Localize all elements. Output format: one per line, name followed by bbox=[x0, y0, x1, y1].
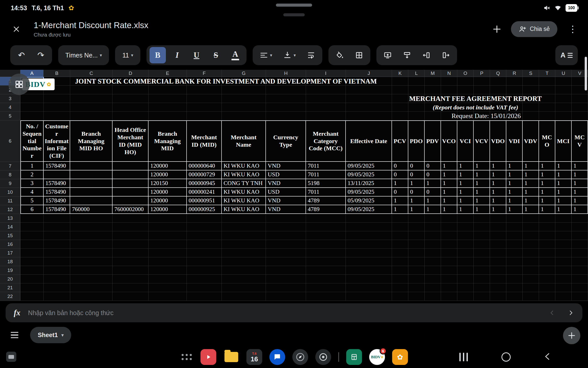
cell-F3[interactable] bbox=[187, 94, 222, 103]
cell-N7[interactable]: 1 bbox=[441, 162, 457, 170]
cell-M20[interactable] bbox=[425, 275, 441, 283]
cell-D21[interactable] bbox=[113, 283, 149, 292]
cell-P6[interactable]: VCV bbox=[474, 120, 490, 162]
cell-R20[interactable] bbox=[506, 275, 523, 283]
cell-S8[interactable]: 1 bbox=[523, 170, 539, 179]
cell-H18[interactable] bbox=[266, 257, 306, 266]
cell-P17[interactable] bbox=[474, 249, 490, 257]
cell-B9[interactable]: 1578490 bbox=[44, 179, 70, 188]
cell-K13[interactable] bbox=[392, 214, 408, 223]
cell-L9[interactable]: 1 bbox=[408, 179, 425, 188]
cell-F5[interactable] bbox=[187, 112, 222, 120]
cell-T6[interactable]: MCO bbox=[539, 120, 555, 162]
cell-I7[interactable]: 7011 bbox=[306, 162, 346, 170]
cell-L11[interactable]: 1 bbox=[408, 197, 425, 205]
cell-R12[interactable]: 1 bbox=[506, 205, 523, 214]
cell-U11[interactable]: 1 bbox=[555, 197, 572, 205]
cell-M15[interactable] bbox=[425, 231, 441, 240]
cell-K16[interactable] bbox=[392, 240, 408, 249]
cell-U3[interactable] bbox=[555, 94, 572, 103]
cell-L17[interactable] bbox=[408, 249, 425, 257]
cell-M16[interactable] bbox=[425, 240, 441, 249]
cell-D14[interactable] bbox=[113, 223, 149, 231]
share-button[interactable]: Chia sẻ bbox=[511, 21, 557, 37]
cell-K20[interactable] bbox=[392, 275, 408, 283]
cell-S2[interactable] bbox=[523, 86, 539, 94]
cell-M19[interactable] bbox=[425, 266, 441, 275]
cell-F20[interactable] bbox=[187, 275, 222, 283]
all-apps-icon[interactable] bbox=[180, 350, 193, 364]
cell-J7[interactable]: 09/05/2025 bbox=[346, 162, 392, 170]
cell-L6[interactable]: PDO bbox=[408, 120, 425, 162]
cell-N22[interactable] bbox=[441, 292, 457, 301]
cell-P13[interactable] bbox=[474, 214, 490, 223]
cell-T4[interactable] bbox=[539, 103, 555, 112]
column-header-H[interactable]: H bbox=[266, 70, 306, 77]
cell-D22[interactable] bbox=[113, 292, 149, 301]
cell-N2[interactable] bbox=[441, 86, 457, 94]
cell-R22[interactable] bbox=[506, 292, 523, 301]
cell-P10[interactable]: 1 bbox=[474, 188, 490, 197]
cell-E19[interactable] bbox=[149, 266, 187, 275]
horizontal-align-button[interactable]: ▾ bbox=[254, 45, 278, 65]
cell-E5[interactable] bbox=[149, 112, 187, 120]
cell-P8[interactable]: 1 bbox=[474, 170, 490, 179]
cell-S12[interactable]: 1 bbox=[523, 205, 539, 214]
cell-R17[interactable] bbox=[506, 249, 523, 257]
cell-Q14[interactable] bbox=[490, 223, 506, 231]
font-size-selector[interactable]: 11 ▾ bbox=[117, 45, 139, 65]
cell-U5[interactable] bbox=[555, 112, 572, 120]
cell-O15[interactable] bbox=[457, 231, 474, 240]
cell-I12[interactable]: 4789 bbox=[306, 205, 346, 214]
cell-B3[interactable] bbox=[44, 94, 70, 103]
cell-C21[interactable] bbox=[70, 283, 113, 292]
cell-K21[interactable] bbox=[392, 283, 408, 292]
cell-E14[interactable] bbox=[149, 223, 187, 231]
cell-U4[interactable] bbox=[555, 103, 572, 112]
cell-V22[interactable] bbox=[572, 292, 588, 301]
cell-F4[interactable] bbox=[187, 103, 222, 112]
cell-E11[interactable]: 120000 bbox=[149, 197, 187, 205]
cell-D3[interactable] bbox=[113, 94, 149, 103]
strikethrough-button[interactable]: S bbox=[206, 45, 226, 65]
cell-D13[interactable] bbox=[113, 214, 149, 223]
cell-H12[interactable]: VND bbox=[266, 205, 306, 214]
cell-T8[interactable]: 1 bbox=[539, 170, 555, 179]
cell-O19[interactable] bbox=[457, 266, 474, 275]
cell-A13[interactable] bbox=[20, 214, 44, 223]
cell-N1[interactable] bbox=[441, 77, 457, 86]
row-header-6[interactable]: 6 bbox=[0, 120, 20, 162]
cell-P2[interactable] bbox=[474, 86, 490, 94]
cell-A5[interactable] bbox=[20, 112, 44, 120]
cell-B12[interactable]: 1578490 bbox=[44, 205, 70, 214]
cell-V19[interactable] bbox=[572, 266, 588, 275]
cell-U18[interactable] bbox=[555, 257, 572, 266]
cell-I3[interactable] bbox=[306, 94, 346, 103]
cell-G12[interactable]: KI WKU KAO bbox=[222, 205, 266, 214]
calendar-app-icon[interactable]: T.6 16 bbox=[247, 349, 262, 365]
cell-K5[interactable] bbox=[392, 112, 408, 120]
chevron-left-icon[interactable] bbox=[549, 309, 555, 316]
cell-B6[interactable]: Customer Information File (CIF) bbox=[44, 120, 70, 162]
cell-E8[interactable]: 120000 bbox=[149, 170, 187, 179]
cell-K12[interactable]: 1 bbox=[392, 205, 408, 214]
cell-T10[interactable]: 1 bbox=[539, 188, 555, 197]
dock-app-orange-icon[interactable]: ✿ bbox=[392, 349, 408, 365]
sheet-list-button[interactable] bbox=[11, 330, 18, 340]
cell-F14[interactable] bbox=[187, 223, 222, 231]
cell-H2[interactable] bbox=[266, 86, 306, 94]
chevron-right-icon[interactable] bbox=[568, 309, 574, 316]
cell-T20[interactable] bbox=[539, 275, 555, 283]
cell-U20[interactable] bbox=[555, 275, 572, 283]
cell-U9[interactable]: 1 bbox=[555, 179, 572, 188]
cell-B15[interactable] bbox=[44, 231, 70, 240]
text-wrap-button[interactable] bbox=[301, 45, 321, 65]
cell-S14[interactable] bbox=[523, 223, 539, 231]
cell-V8[interactable]: 1 bbox=[572, 170, 588, 179]
row-header-9[interactable]: 9 bbox=[0, 179, 20, 188]
cell-N8[interactable]: 1 bbox=[441, 170, 457, 179]
cell-K18[interactable] bbox=[392, 257, 408, 266]
row-header-20[interactable]: 20 bbox=[0, 275, 20, 283]
cell-J11[interactable]: 05/09/2025 bbox=[346, 197, 392, 205]
cell-A17[interactable] bbox=[20, 249, 44, 257]
